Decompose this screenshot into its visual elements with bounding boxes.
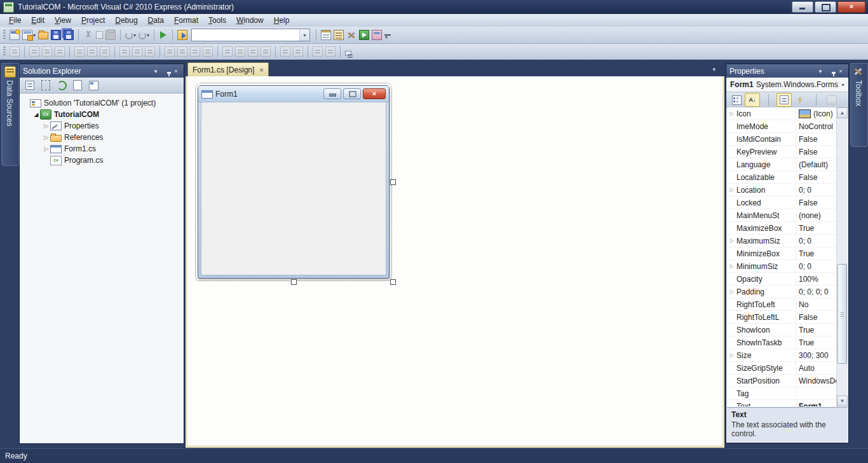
start-debugging-icon[interactable] <box>160 31 166 39</box>
menu-item[interactable]: Project <box>76 15 110 26</box>
property-value[interactable]: False <box>796 313 837 322</box>
property-value[interactable]: 0; 0 <box>796 262 837 271</box>
make-same-width-icon[interactable] <box>119 46 130 57</box>
start-page-icon[interactable] <box>372 30 382 40</box>
object-selector-dropdown-icon[interactable]: ▾ <box>839 82 847 88</box>
find-in-files-icon[interactable] <box>177 30 187 40</box>
property-row[interactable]: Size 300; 300 <box>727 349 837 362</box>
solution-explorer-icon[interactable] <box>321 30 331 40</box>
panel-close-icon[interactable]: × <box>172 68 180 74</box>
toolbar-options-icon[interactable] <box>345 51 351 56</box>
property-value[interactable]: False <box>796 135 837 144</box>
property-value[interactable]: No <box>796 300 837 309</box>
resize-handle-right[interactable] <box>390 179 396 185</box>
property-value[interactable]: 0; 0 <box>796 237 837 245</box>
tree-item[interactable]: Properties <box>20 120 184 132</box>
undo-icon[interactable] <box>125 32 133 39</box>
menu-item[interactable]: Data <box>143 15 169 26</box>
redo-icon[interactable] <box>139 32 146 39</box>
center-vertically-icon[interactable] <box>293 46 303 57</box>
solution-explorer-header[interactable]: Solution Explorer ▾ × <box>20 64 184 78</box>
property-value[interactable]: Auto <box>796 364 837 373</box>
toolbar-combobox[interactable]: ▾ <box>191 29 310 41</box>
toolbar-options-icon[interactable] <box>384 34 391 39</box>
toolbar-grip[interactable] <box>3 46 6 57</box>
increase-horizontal-spacing-icon[interactable] <box>177 46 187 57</box>
remove-vertical-spacing-icon[interactable] <box>261 46 271 57</box>
property-row[interactable]: Opacity 100% <box>727 273 837 286</box>
save-all-icon[interactable] <box>64 30 74 40</box>
window-close-button[interactable]: × <box>837 1 865 13</box>
increase-vertical-spacing-icon[interactable] <box>235 46 245 57</box>
tab-close-icon[interactable]: × <box>259 66 263 74</box>
resize-handle-bottom-right[interactable] <box>390 279 396 285</box>
open-file-icon[interactable] <box>38 32 48 39</box>
menu-item[interactable]: Help <box>269 15 295 26</box>
tree-item[interactable]: Program.cs <box>20 155 184 166</box>
property-row[interactable]: Language (Default) <box>727 158 837 171</box>
align-middles-icon[interactable] <box>87 46 97 57</box>
window-position-menu-icon[interactable]: ▾ <box>816 68 825 74</box>
property-value[interactable]: (none) <box>796 211 837 220</box>
property-value[interactable]: False <box>796 148 837 156</box>
decrease-vertical-spacing-icon[interactable] <box>248 46 258 57</box>
menu-item[interactable]: File <box>4 15 26 26</box>
property-value[interactable]: False <box>796 173 837 182</box>
designed-form-titlebar[interactable]: Form1 × <box>198 86 389 102</box>
property-value[interactable]: True <box>796 326 837 335</box>
property-row[interactable]: RightToLeft No <box>727 298 837 311</box>
scrollbar-thumb[interactable] <box>837 264 847 364</box>
property-value[interactable]: True <box>796 338 837 347</box>
dropdown-arrow-icon[interactable]: ▾ <box>133 32 136 38</box>
property-row[interactable]: MaximizeBox True <box>727 222 837 235</box>
property-row[interactable]: MinimizeBox True <box>727 247 837 260</box>
property-row[interactable]: MinimumSiz 0; 0 <box>727 260 837 273</box>
property-value[interactable]: 0; 0 <box>796 186 837 195</box>
property-row[interactable]: Icon (Icon) <box>727 107 837 120</box>
property-row[interactable]: MainMenuSt (none) <box>727 209 837 222</box>
menu-item[interactable]: Tools <box>203 15 231 26</box>
property-row[interactable]: Text Form1 <box>727 400 837 406</box>
properties-header[interactable]: Properties ▾ × <box>726 64 848 78</box>
make-same-size-icon[interactable] <box>145 46 155 57</box>
designed-form-client-area[interactable] <box>201 102 386 275</box>
tree-item[interactable]: Form1.cs <box>20 143 184 155</box>
window-minimize-button[interactable] <box>792 1 813 13</box>
toolbar-grip[interactable] <box>3 30 6 40</box>
tree-item[interactable]: TutorialCOM <box>20 109 184 120</box>
scroll-up-icon[interactable]: ▲ <box>837 107 848 118</box>
property-row[interactable]: Localizable False <box>727 171 837 184</box>
form-minimize-button[interactable] <box>323 88 341 99</box>
property-value[interactable]: 100% <box>796 275 837 284</box>
window-position-menu-icon[interactable]: ▾ <box>151 68 160 74</box>
window-maximize-button[interactable] <box>815 1 836 13</box>
tree-expander-icon[interactable] <box>43 134 50 141</box>
tree-expander-icon[interactable] <box>43 123 50 129</box>
align-bottoms-icon[interactable] <box>100 46 110 57</box>
paste-icon[interactable] <box>105 30 116 40</box>
menu-item[interactable]: Format <box>169 15 203 26</box>
property-row[interactable]: IsMdiContain False <box>727 133 837 146</box>
property-value[interactable]: (Icon) <box>796 109 837 118</box>
form-maximize-button[interactable] <box>343 88 361 99</box>
properties-window-icon[interactable] <box>334 30 344 40</box>
object-selector[interactable]: Form1 System.Windows.Forms.F ▾ <box>726 78 848 92</box>
center-horizontally-icon[interactable] <box>280 46 290 57</box>
property-expander-icon[interactable] <box>729 187 733 193</box>
property-expander-icon[interactable] <box>729 263 733 269</box>
property-value[interactable]: 0; 0; 0; 0 <box>796 287 837 296</box>
combobox-dropdown-icon[interactable]: ▾ <box>299 29 309 41</box>
property-value[interactable]: NoControl <box>796 122 837 131</box>
tree-item[interactable]: Solution 'TutorialCOM' (1 project) <box>20 97 184 109</box>
property-row[interactable]: ImeMode NoControl <box>727 120 837 133</box>
property-expander-icon[interactable] <box>729 289 733 294</box>
property-value[interactable]: 300; 300 <box>796 351 837 360</box>
form-close-button[interactable]: × <box>363 88 386 99</box>
designed-form[interactable]: Form1 × <box>198 85 390 279</box>
property-expander-icon[interactable] <box>729 111 733 116</box>
property-row[interactable]: Padding 0; 0; 0; 0 <box>727 286 837 298</box>
copy-icon[interactable] <box>96 31 103 39</box>
cut-icon[interactable] <box>83 30 93 40</box>
property-value[interactable]: Form1 <box>796 402 837 407</box>
save-icon[interactable] <box>51 30 61 40</box>
